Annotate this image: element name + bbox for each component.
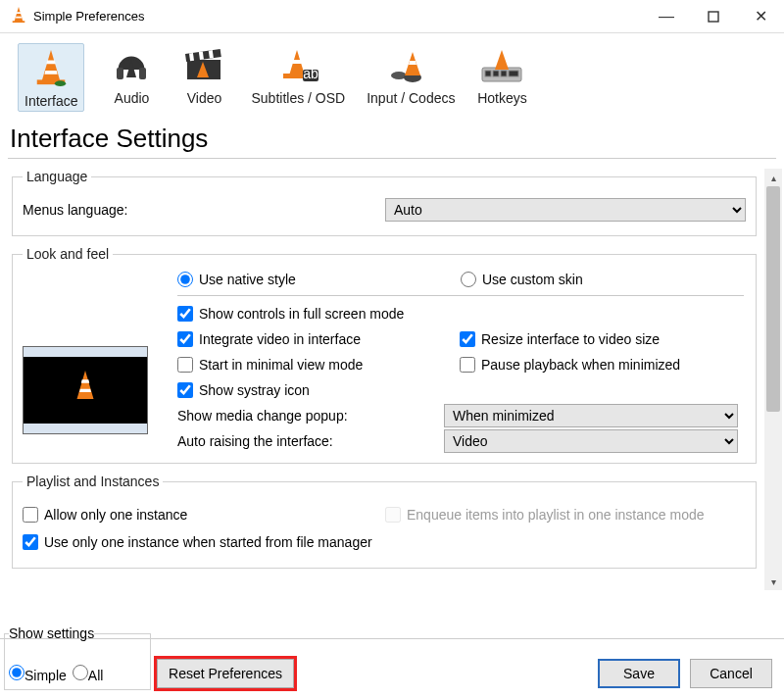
media-popup-label: Show media change popup: [177,408,436,424]
checkbox-resize-interface[interactable] [460,331,475,347]
svg-point-3 [55,80,66,86]
radio-native-input[interactable] [177,272,193,287]
checkbox-enqueue-items [385,507,401,523]
checkbox-one-instance-filemanager[interactable] [23,534,38,550]
vertical-scrollbar[interactable]: ▴ ▾ [764,169,782,590]
group-look-legend: Look and feel [23,246,113,262]
checkbox-start-minimal[interactable] [177,357,193,373]
show-settings-legend: Show settings [9,625,94,641]
checkbox-pause-minimized[interactable] [460,357,475,373]
radio-all[interactable]: All [73,665,104,683]
preview-thumbnail [23,346,170,434]
video-icon [178,43,229,88]
maximize-button[interactable] [690,0,737,33]
tab-interface[interactable]: Interface [18,43,84,112]
svg-text:ab: ab [304,66,319,81]
tab-subtitles[interactable]: ab Subtitles / OSD [251,43,345,112]
menus-language-label: Menus language: [23,202,385,218]
tab-video[interactable]: Video [178,43,229,112]
cancel-button[interactable]: Cancel [690,659,772,688]
auto-raise-label: Auto raising the interface: [177,433,436,449]
settings-scroll-area: Language Menus language: Auto Look and f… [8,165,784,594]
media-popup-select[interactable]: When minimized [444,404,738,427]
scroll-up-icon[interactable]: ▴ [764,169,782,186]
title-bar: Simple Preferences — ✕ [0,0,784,33]
window-title: Simple Preferences [33,9,643,24]
radio-simple-input[interactable] [9,665,24,680]
show-settings-group: Show settings Simple All [4,625,151,690]
checkbox-allow-one-instance[interactable] [23,507,38,523]
group-playlist-instances: Playlist and Instances Allow only one in… [12,474,757,569]
save-button[interactable]: Save [598,659,680,688]
auto-raise-select[interactable]: Video [444,429,738,453]
tab-audio[interactable]: Audio [106,43,157,112]
radio-custom-input[interactable] [461,272,476,287]
reset-preferences-button[interactable]: Reset Preferences [157,659,294,688]
svg-rect-1 [709,12,718,22]
tab-hotkeys[interactable]: Hotkeys [476,43,527,112]
scroll-thumb[interactable] [766,186,780,412]
checkbox-integrate-video[interactable] [177,331,193,347]
footer: Show settings Simple All Reset Preferenc… [0,638,784,699]
svg-rect-18 [493,71,499,76]
group-playlist-legend: Playlist and Instances [23,474,163,489]
menus-language-select[interactable]: Auto [385,198,746,222]
input-codecs-icon [385,43,436,88]
radio-all-input[interactable] [73,665,88,680]
svg-rect-5 [139,68,146,79]
page-title: Interface Settings [10,124,774,154]
hotkeys-icon [476,43,527,88]
interface-icon [25,46,76,91]
group-language-legend: Language [23,169,91,184]
group-language: Language Menus language: Auto [12,169,757,236]
divider [8,158,776,159]
svg-rect-17 [485,71,491,76]
tab-input-codecs[interactable]: Input / Codecs [367,43,455,112]
radio-custom-skin[interactable]: Use custom skin [461,272,744,287]
category-tabs: Interface Audio Video ab Subtitles / OSD… [0,33,784,118]
subtitles-icon: ab [272,43,323,88]
audio-icon [106,43,157,88]
svg-rect-4 [117,68,123,79]
svg-rect-20 [509,71,518,76]
checkbox-show-controls-fullscreen[interactable] [177,306,193,322]
app-icon [10,6,27,26]
svg-rect-19 [501,71,507,76]
scroll-down-icon[interactable]: ▾ [764,573,782,590]
minimize-button[interactable]: — [643,0,690,33]
checkbox-show-systray[interactable] [177,382,193,398]
svg-rect-0 [13,21,25,23]
radio-native-style[interactable]: Use native style [177,272,461,287]
radio-simple[interactable]: Simple [9,665,67,683]
group-look-and-feel: Look and feel Use native style Use custo… [12,246,757,464]
scroll-track[interactable] [764,186,782,573]
close-button[interactable]: ✕ [737,0,784,33]
